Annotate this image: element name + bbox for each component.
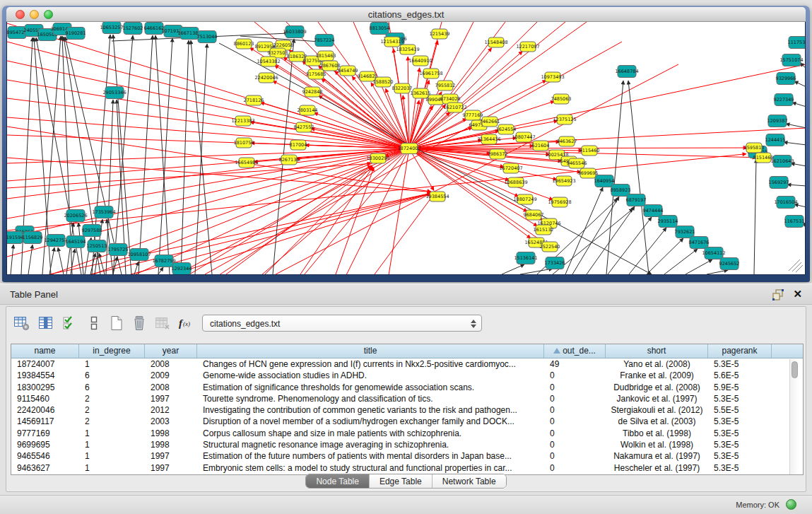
graph-node[interactable]: 8151469 — [753, 153, 774, 163]
window-titlebar[interactable]: citations_edges.txt — [6, 7, 806, 22]
table-row[interactable]: 911546021997Tourette syndrome. Phenomeno… — [11, 393, 803, 404]
graph-node[interactable]: 9474444 — [643, 205, 664, 217]
graph-node[interactable]: 9699695 — [578, 168, 599, 178]
graph-node[interactable]: 1209387 — [767, 115, 788, 127]
graph-node[interactable]: 2718126 — [244, 95, 264, 105]
graph-node[interactable]: 16654985 — [235, 158, 258, 168]
row-selection-icon[interactable] — [60, 314, 80, 332]
table-scrollbar[interactable] — [789, 359, 799, 474]
graph-node[interactable]: 9329966 — [776, 73, 796, 85]
graph-node[interactable]: 1588520 — [373, 77, 394, 87]
column-header-name[interactable]: name — [11, 344, 79, 358]
graph-node[interactable]: 817004 — [290, 140, 307, 150]
graph-node[interactable]: 2803144 — [298, 105, 318, 115]
column-header-pagerank[interactable]: pagerank — [708, 344, 772, 358]
graph-node[interactable]: 19756928 — [548, 197, 571, 207]
graph-node[interactable]: 1733426 — [545, 257, 565, 269]
graph-node[interactable]: 17016504 — [774, 197, 797, 209]
graph-node[interactable]: 9297588 — [82, 225, 102, 237]
graph-node[interactable]: 16033809 — [283, 26, 306, 38]
graph-node[interactable]: 15136141 — [514, 252, 537, 264]
graph-node[interactable]: 8267130 — [279, 155, 300, 165]
graph-node[interactable]: 8427552 — [294, 122, 314, 132]
table-row[interactable]: 946554611997Estimation of the future num… — [11, 450, 803, 462]
graph-node[interactable]: 9191594 — [7, 232, 23, 244]
graph-node[interactable]: 12942757 — [44, 235, 67, 247]
table-row[interactable]: 977716911998Corpus callosum shape and si… — [11, 428, 803, 439]
table-selector-dropdown[interactable]: citations_edges.txt — [202, 315, 482, 332]
column-header-out-de-[interactable]: out_de... — [544, 344, 606, 358]
memory-status-icon[interactable] — [786, 499, 796, 510]
graph-node[interactable]: 10973493 — [541, 72, 564, 82]
graph-node[interactable]: 6879197 — [626, 194, 647, 206]
graph-node[interactable]: 21364436 — [477, 134, 500, 144]
graph-node[interactable]: 10958107 — [127, 249, 151, 261]
graph-node[interactable]: 16640910 — [408, 56, 432, 66]
tab-node-table[interactable]: Node Table — [306, 474, 370, 488]
table-row[interactable]: 2242004622012Investigating the contribut… — [11, 404, 803, 416]
graph-node[interactable]: 11548408 — [484, 37, 507, 47]
column-header-title[interactable]: title — [197, 344, 544, 358]
graph-node[interactable]: 29053346 — [102, 87, 126, 99]
delete-table-icon[interactable] — [153, 314, 172, 332]
new-column-icon[interactable] — [107, 314, 126, 332]
graph-node[interactable]: 9242848 — [302, 87, 323, 97]
graph-node[interactable]: 18325419 — [396, 45, 419, 54]
graph-node[interactable]: 1527602 — [123, 23, 143, 35]
graph-node[interactable]: 12213383 — [231, 116, 254, 126]
resize-grip[interactable] — [792, 262, 801, 271]
graph-node[interactable]: 1244415 — [765, 134, 786, 146]
graph-node[interactable]: 22420046 — [254, 73, 278, 83]
graph-node[interactable]: 8860123 — [234, 39, 254, 49]
graph-node[interactable]: 16210643 — [770, 156, 794, 168]
network-canvas[interactable]: 8954721240557216505013069140691902811065… — [6, 22, 806, 275]
graph-node[interactable]: 20206526 — [64, 210, 87, 222]
graph-node[interactable]: 1595813 — [744, 143, 765, 153]
graph-node[interactable]: 9463627 — [557, 136, 577, 146]
graph-node[interactable]: 1117534 — [788, 37, 806, 49]
column-visibility-icon[interactable] — [36, 314, 56, 332]
scrollbar-thumb[interactable] — [792, 361, 798, 378]
graph-node[interactable]: 10653257 — [100, 22, 123, 34]
table-row[interactable]: 969969511998Structural magnetic resonanc… — [11, 439, 803, 450]
graph-node[interactable]: 16961758 — [419, 69, 442, 78]
graph-node[interactable]: 17353964 — [92, 206, 115, 218]
graph-node[interactable]: 7955812 — [435, 81, 456, 90]
float-panel-icon[interactable] — [772, 289, 784, 300]
graph-node[interactable]: 9115460 — [579, 146, 600, 156]
graph-node[interactable]: 18724007 — [397, 144, 420, 154]
table-row[interactable]: 1830029562008Estimation of significance … — [11, 382, 803, 393]
graph-node[interactable]: 10654112 — [702, 247, 725, 259]
graph-node[interactable]: 1569297 — [769, 177, 789, 189]
graph-node[interactable]: 1795725 — [108, 244, 129, 256]
graph-node[interactable]: 19654923 — [552, 176, 575, 186]
graph-node[interactable]: 1624554 — [496, 124, 517, 134]
graph-node[interactable]: 1250513 — [87, 240, 107, 252]
graph-node[interactable]: 8813054 — [370, 23, 390, 35]
table-row[interactable]: 1938455462009Genome-wide association stu… — [11, 370, 803, 381]
column-header-year[interactable]: year — [145, 344, 197, 358]
graph-node[interactable]: 12217097 — [516, 42, 539, 52]
graph-node[interactable]: 8471676 — [689, 237, 710, 249]
graph-node[interactable]: 621604 — [532, 141, 550, 151]
graph-node[interactable]: 7513044 — [197, 31, 218, 43]
graph-node[interactable]: 7485063 — [551, 94, 572, 104]
graph-node[interactable]: 1167531 — [784, 216, 805, 228]
graph-node[interactable]: 16648784 — [615, 66, 638, 78]
tab-network-table[interactable]: Network Table — [433, 474, 506, 488]
graph-node[interactable]: 8454749 — [338, 66, 358, 76]
tab-edge-table[interactable]: Edge Table — [370, 474, 433, 488]
graph-node[interactable]: 15751074 — [779, 54, 803, 66]
function-builder-icon[interactable]: f(x) — [177, 314, 196, 332]
column-header-short[interactable]: short — [606, 344, 708, 358]
row-layout-icon[interactable] — [84, 314, 104, 332]
table-row[interactable]: 946362711997Embryonic stem cells: a mode… — [11, 462, 803, 474]
graph-node[interactable]: 1156829 — [23, 232, 43, 244]
graph-node[interactable]: 9190281 — [66, 28, 86, 40]
graph-node[interactable]: 2935114 — [658, 216, 678, 228]
graph-node[interactable]: 9227349 — [774, 94, 794, 106]
graph-node[interactable]: 9465546 — [567, 158, 587, 168]
resize-grip[interactable] — [796, 265, 803, 272]
graph-node[interactable]: 1292344 — [172, 263, 192, 275]
graph-node[interactable]: 8322037 — [392, 83, 413, 93]
